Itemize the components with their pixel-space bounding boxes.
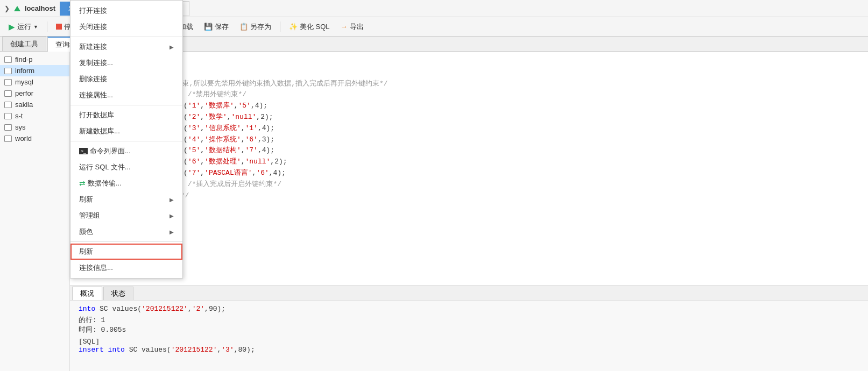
sidebar-item-mysql[interactable]: mysql — [0, 76, 69, 88]
code-line-1: ); — [79, 56, 859, 67]
cmd-icon: >_ — [79, 148, 88, 154]
code-line-7: insert into Course values('3','信息系统','1'… — [79, 123, 859, 134]
menu-open-db[interactable]: 打开数据库 — [70, 107, 182, 123]
editor-area: ); /*6.插入课程信息*/ /*由于Course表以自身为外键约束,所以要先… — [70, 52, 868, 371]
menu-open-connection[interactable]: 打开连接 — [70, 3, 182, 19]
refresh-arrow-icon: ▶ — [170, 197, 174, 203]
db-icon-sakila — [4, 102, 12, 108]
menu-run-sql[interactable]: 运行 SQL 文件... — [70, 159, 182, 175]
sidebar-item-sakila[interactable]: sakila — [0, 99, 69, 110]
export-button[interactable]: → 导出 — [336, 20, 368, 33]
insert-keyword: into — [79, 305, 95, 313]
db-icon-findp — [4, 56, 12, 63]
save-button[interactable]: 💾 保存 — [200, 20, 233, 33]
code-editor[interactable]: ); /*6.插入课程信息*/ /*由于Course表以自身为外键约束,所以要先… — [70, 52, 868, 285]
new-connection-arrow: ▶ — [170, 44, 174, 50]
menu-copy-connection[interactable]: 复制连接... — [70, 55, 182, 71]
transfer-icon: ⇄ — [79, 179, 86, 188]
menu-manage-group[interactable]: 管理组▶ — [70, 208, 182, 224]
menu-sep-1 — [70, 37, 182, 37]
save-as-button[interactable]: 📋 另存为 — [235, 20, 276, 33]
code-line-13: /*7.建立学生选课表SC(例3.7)*/ — [79, 190, 859, 202]
bottom-time: 时间: 0.005s — [79, 325, 859, 334]
menu-sep-4 — [70, 241, 182, 242]
menu-sep-3 — [70, 141, 182, 141]
stop-icon — [56, 24, 62, 30]
affected-count: 1 — [101, 316, 105, 324]
db-icon-perfor — [4, 90, 12, 97]
menu-connection-info[interactable]: 连接信息... — [70, 260, 182, 276]
menu-sep-2 — [70, 105, 182, 105]
menu-new-connection[interactable]: 新建连接▶ — [70, 39, 182, 55]
menu-new-db[interactable]: 新建数据库... — [70, 123, 182, 139]
time-label: 时间: 0.005s — [79, 326, 126, 334]
sidebar-item-perfor[interactable]: perfor — [0, 88, 69, 99]
code-line-9: insert into Course values('5','数据结构','7'… — [79, 145, 859, 156]
code-line-3: /*由于Course表以自身为外键约束,所以要先禁用外键约束插入数据,插入完成后… — [79, 79, 859, 90]
bottom-content: into SC values('201215122','2',90); 的行: … — [70, 301, 868, 358]
db-icon-sys — [4, 124, 12, 131]
menu-cmd-interface[interactable]: >_ 命令列界面... — [70, 143, 182, 159]
bottom-panel: 概况 状态 into SC values('201215122','2',90)… — [70, 285, 868, 371]
run-icon: ▶ — [9, 22, 15, 32]
code-line-4: SET FOREIGN_KEY_CHECKS=0; /*禁用外键约束*/ — [79, 89, 859, 101]
save-icon: 💾 — [204, 23, 213, 31]
menu-refresh-arrow[interactable]: 刷新▶ — [70, 191, 182, 208]
beautify-icon: ✨ — [289, 23, 298, 31]
sidebar-item-world[interactable]: world — [0, 133, 69, 144]
connection-title: localhost — [25, 4, 55, 12]
bottom-tab-overview[interactable]: 概况 — [72, 287, 102, 300]
menu-close-connection[interactable]: 关闭连接 — [70, 19, 182, 35]
db-icon-st — [4, 113, 12, 119]
context-menu: 打开连接 关闭连接 新建连接▶ 复制连接... 删除连接 连接属性... 打开数… — [70, 0, 183, 279]
code-line-10: insert into Course values('6','数据处理','nu… — [79, 156, 859, 168]
code-line-8: insert into Course values('4','操作系统','6'… — [79, 134, 859, 146]
bottom-sql-label: [SQL] — [79, 338, 859, 346]
sidebar-item-inform[interactable]: inform — [0, 65, 69, 76]
result-text: SC values( — [100, 305, 142, 313]
bottom-sql-line: insert into SC values('201215122','3',80… — [79, 346, 859, 354]
sidebar-item-sys[interactable]: sys — [0, 122, 69, 133]
export-icon: → — [341, 23, 348, 31]
code-line-2: /*6.插入课程信息*/ — [79, 67, 859, 79]
manage-group-arrow: ▶ — [170, 213, 174, 219]
bottom-result-line1: into SC values('201215122','2',90); — [79, 305, 859, 313]
db-icon-world — [4, 135, 12, 142]
sep4 — [280, 22, 280, 32]
menu-connection-props[interactable]: 连接属性... — [70, 87, 182, 103]
code-line-14: create table SC( — [79, 201, 859, 212]
sep1 — [47, 22, 47, 32]
bottom-tab-status[interactable]: 状态 — [103, 287, 133, 300]
db-icon-inform — [4, 68, 12, 74]
sidebar-item-findp[interactable]: find-p — [0, 54, 69, 65]
db-icon-mysql — [4, 79, 12, 85]
affected-label: 的行: — [79, 316, 101, 324]
menu-refresh[interactable]: 刷新 — [70, 244, 182, 260]
code-line-11: insert into Course values('7','PASCAL语言'… — [79, 168, 859, 179]
beautify-button[interactable]: ✨ 美化 SQL — [285, 20, 334, 33]
menu-color[interactable]: 颜色▶ — [70, 224, 182, 240]
tab-create-tool[interactable]: 创建工具 — [2, 37, 46, 51]
save-as-icon: 📋 — [239, 23, 248, 31]
run-dropdown-icon[interactable]: ▼ — [33, 24, 38, 30]
bottom-tabs: 概况 状态 — [70, 286, 868, 301]
sidebar: find-p inform mysql perfor sakila s-t sy… — [0, 52, 70, 371]
code-line-6: insert into Course values('2','数学','null… — [79, 112, 859, 123]
bottom-affected: 的行: 1 — [79, 315, 859, 325]
expand-arrow[interactable]: ❯ — [4, 5, 10, 12]
color-arrow: ▶ — [170, 229, 174, 235]
menu-data-transfer[interactable]: ⇄ 数据传输... — [70, 175, 182, 191]
insert-kw2: insert into — [79, 346, 125, 354]
main-area: find-p inform mysql perfor sakila s-t sy… — [0, 52, 868, 371]
code-line-5: insert into Course values('1','数据库','5',… — [79, 101, 859, 112]
menu-delete-connection[interactable]: 删除连接 — [70, 71, 182, 87]
sidebar-item-st[interactable]: s-t — [0, 110, 69, 122]
code-line-12: SET FOREIGN_KEY_CHECKS=1; /*插入完成后开启外键约束*… — [79, 179, 859, 190]
run-button[interactable]: ▶ 运行 ▼ — [4, 20, 43, 33]
